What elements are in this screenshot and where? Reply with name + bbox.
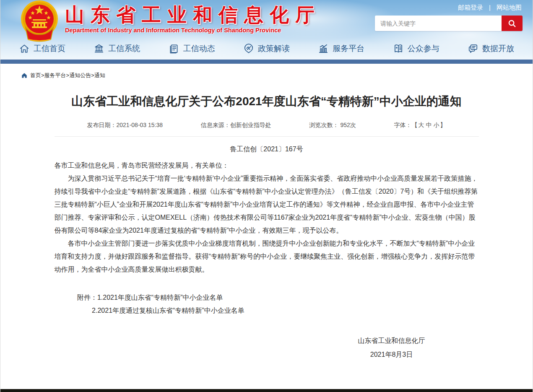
nav-item-news[interactable]: 工信动态 bbox=[169, 43, 215, 54]
search-input[interactable] bbox=[375, 16, 502, 31]
top-utility-links: 邮箱登录|网站地图 bbox=[458, 4, 522, 12]
search-icon bbox=[507, 19, 517, 28]
mail-login-link[interactable]: 邮箱登录 bbox=[458, 4, 483, 11]
site-title-block: 山东省工业和信息化厅 Department of Industry and In… bbox=[65, 0, 321, 34]
nav-item-system[interactable]: 工信系统 bbox=[94, 43, 140, 54]
body-paragraph: 为深入贯彻习近平总书记关于“培育一批‘专精特新’中小企业”重要指示精神，全面落实… bbox=[55, 172, 479, 237]
nav-label: 数据开放 bbox=[482, 43, 514, 54]
nav-label: 工信动态 bbox=[183, 43, 215, 54]
signature-org: 山东省工业和信息化厅 bbox=[358, 334, 425, 348]
footer-bar bbox=[0, 389, 533, 392]
article-body: 鲁工信创〔2021〕167号 各市工业和信息化局，青岛市民营经济发展局，有关单位… bbox=[55, 143, 479, 361]
attachments: 附件：1.2021年度山东省“专精特新”中小企业名单 2.2021年度通过复核山… bbox=[55, 291, 479, 317]
nav-label: 公众参与 bbox=[408, 43, 439, 54]
nav-label: 服务平台 bbox=[333, 43, 364, 54]
page: 山东省工业和信息化厅 Department of Industry and In… bbox=[0, 0, 533, 392]
font-size-control: 字体：【大中小】 bbox=[394, 122, 446, 129]
national-emblem-icon bbox=[20, 0, 59, 43]
nav-label: 工信首页 bbox=[34, 43, 65, 54]
news-icon bbox=[169, 43, 179, 54]
nav-item-policy[interactable]: 政策解读 bbox=[243, 43, 290, 54]
breadcrumb: 首页>服务平台>通知公告>通知 bbox=[21, 72, 533, 79]
open-book-icon bbox=[393, 43, 404, 54]
bank-icon bbox=[94, 43, 104, 54]
breadcrumb-path[interactable]: 首页>服务平台>通知公告>通知 bbox=[30, 72, 105, 79]
divider-bar bbox=[0, 60, 533, 64]
font-bracket-open: 【 bbox=[412, 122, 418, 128]
bar-chart-icon bbox=[318, 43, 329, 54]
font-bracket-close: 】 bbox=[440, 122, 446, 128]
breadcrumb-home-icon bbox=[21, 73, 27, 78]
document-number: 鲁工信创〔2021〕167号 bbox=[55, 143, 479, 156]
chat-bubbles-icon bbox=[468, 43, 478, 54]
signature-date: 2021年8月3日 bbox=[358, 348, 425, 361]
font-size-large[interactable]: 大 bbox=[419, 122, 424, 128]
signature-block: 山东省工业和信息化厅 2021年8月3日 bbox=[55, 334, 479, 361]
font-size-medium[interactable]: 中 bbox=[426, 122, 432, 128]
top-links-divider: | bbox=[489, 4, 491, 11]
nav-item-home[interactable]: 工信首页 bbox=[19, 43, 65, 54]
site-logo: 山东省工业和信息化厅 Department of Industry and In… bbox=[20, 0, 321, 43]
nav-item-participation[interactable]: 公众参与 bbox=[393, 43, 439, 54]
nav-label: 政策解读 bbox=[258, 43, 290, 54]
nav-label: 工信系统 bbox=[108, 43, 140, 54]
header-banner: 山东省工业和信息化厅 Department of Industry and In… bbox=[0, 0, 533, 64]
nav-item-service[interactable]: 服务平台 bbox=[318, 43, 364, 54]
view-count: 浏览次数： 952次 bbox=[309, 122, 356, 129]
page-title: 山东省工业和信息化厅关于公布2021年度山东省“专精特新”中小企业的通知 bbox=[55, 92, 479, 110]
publish-date: 发布日期：2021-08-03 15:38 bbox=[87, 122, 163, 129]
info-source: 信息来源：创新创业指导处 bbox=[201, 122, 271, 129]
article: 山东省工业和信息化厅关于公布2021年度山东省“专精特新”中小企业的通知 发布日… bbox=[55, 92, 479, 361]
site-search bbox=[375, 16, 523, 31]
body-paragraph: 各市中小企业主管部门要进一步落实优质中小企业梯度培育机制，围绕提升中小企业创新能… bbox=[55, 237, 479, 276]
search-button[interactable] bbox=[502, 16, 523, 31]
salutation: 各市工业和信息化局，青岛市民营经济发展局，有关单位： bbox=[55, 159, 479, 172]
attachment-link-2[interactable]: 2.2021年度通过复核山东省“专精特新”中小企业名单 bbox=[92, 304, 478, 317]
site-name-english: Department of Industry and Information T… bbox=[65, 27, 321, 34]
main-nav: 工信首页 工信系统 工信动态 政策解读 bbox=[0, 38, 533, 60]
handshake-icon bbox=[243, 43, 254, 54]
font-size-label: 字体： bbox=[394, 122, 412, 128]
article-meta: 发布日期：2021-08-03 15:38 信息来源：创新创业指导处 浏览次数：… bbox=[55, 122, 479, 137]
home-icon bbox=[19, 43, 30, 54]
attachment-link-1[interactable]: 附件：1.2021年度山东省“专精特新”中小企业名单 bbox=[77, 291, 479, 304]
sitemap-link[interactable]: 网站地图 bbox=[497, 4, 522, 11]
font-size-small[interactable]: 小 bbox=[434, 122, 439, 128]
site-name: 山东省工业和信息化厅 bbox=[65, 4, 321, 26]
nav-item-data[interactable]: 数据开放 bbox=[468, 43, 514, 54]
